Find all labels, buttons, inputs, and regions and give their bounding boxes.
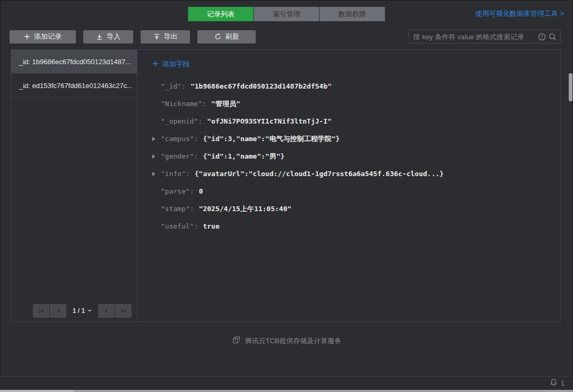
tab[interactable]: 数据权限 xyxy=(320,7,385,21)
tab[interactable]: 记录列表 xyxy=(188,7,254,21)
horizontal-scrollbar[interactable] xyxy=(0,390,573,392)
expand-caret-icon[interactable] xyxy=(152,137,161,141)
tab[interactable]: 索引管理 xyxy=(254,7,319,21)
topbar: 记录列表 索引管理 数据权限 使用可视化数据库管理工具 > xyxy=(0,0,573,27)
pagination: 1 / 1 xyxy=(33,304,132,318)
upload-icon xyxy=(153,33,160,40)
toolbar: 添加记录 导入 导出 刷新 xyxy=(10,30,561,43)
tcb-database-console: 记录列表 索引管理 数据权限 使用可视化数据库管理工具 > 添加记录 xyxy=(0,0,573,392)
document-field-row: parse 0 xyxy=(152,182,560,200)
search-box xyxy=(408,30,561,43)
tab-label: 索引管理 xyxy=(273,10,300,19)
search-icon[interactable] xyxy=(549,33,557,41)
chevron-down-icon xyxy=(88,310,92,312)
content-panel: _id: 1b9686ec67fdcd050123d1487... _id: e… xyxy=(11,49,561,322)
field-value: "1b9686ec67fdcd050123d1487b2df54b" xyxy=(190,82,332,90)
add-field-label: 添加字段 xyxy=(162,59,190,69)
field-value: "2025/4/15上午11:05:40" xyxy=(199,204,292,214)
field-value: {"avatarUrl":"cloud://cloud1-1gd7rsst6a6… xyxy=(195,170,444,178)
field-key: Nickname xyxy=(161,100,206,108)
refresh-icon xyxy=(214,33,222,40)
statusbar: 1 xyxy=(0,376,573,390)
field-key: stamp xyxy=(161,205,194,213)
document-field-row: _openid "ofJNi7PO93SYI1cTNif3ltnTjJ-I" xyxy=(152,112,560,130)
field-key: gender xyxy=(161,152,198,160)
horizontal-scrollbar-thumb[interactable] xyxy=(0,390,73,392)
refresh-label: 刷新 xyxy=(225,32,239,41)
import-button[interactable]: 导入 xyxy=(83,30,133,43)
notification-count: 1 xyxy=(561,380,565,387)
field-key: _id xyxy=(161,82,186,90)
add-field-button[interactable]: 添加字段 xyxy=(152,59,190,69)
download-icon xyxy=(96,33,103,40)
notification-area[interactable]: 1 xyxy=(550,378,565,388)
expand-caret-icon[interactable] xyxy=(152,172,161,176)
add-record-label: 添加记录 xyxy=(34,32,62,41)
page-label: 1 / 1 xyxy=(73,307,85,315)
export-button[interactable]: 导出 xyxy=(141,30,190,43)
field-key: _openid xyxy=(161,117,202,125)
page-selector[interactable]: 1 / 1 xyxy=(67,304,98,318)
search-icons xyxy=(538,30,557,43)
record-list-item[interactable]: _id: 1b9686ec67fdcd050123d1487... xyxy=(11,50,137,74)
plus-icon xyxy=(152,60,159,68)
document-panel: 添加字段 _id "1b9686ec67fdcd050123d1487b2df5… xyxy=(137,50,560,321)
toolbar-button-group: 添加记录 导入 导出 刷新 xyxy=(10,30,256,43)
field-key: info xyxy=(161,170,190,178)
visual-db-tool-link[interactable]: 使用可视化数据库管理工具 > xyxy=(475,9,564,19)
vertical-scrollbar-thumb[interactable] xyxy=(569,73,572,101)
last-page-button[interactable] xyxy=(115,304,132,318)
footer-text: 腾讯云TCB提供存储及计算服务 xyxy=(245,336,342,346)
next-page-button[interactable] xyxy=(98,304,115,318)
info-icon[interactable] xyxy=(538,33,546,41)
first-page-button[interactable] xyxy=(33,304,49,318)
tab-label: 数据权限 xyxy=(338,10,366,19)
document-field-row: campus {"id":3,"name":"电气与控制工程学院"} xyxy=(152,130,560,147)
plus-icon xyxy=(24,33,30,40)
document-field-row: _id "1b9686ec67fdcd050123d1487b2df54b" xyxy=(152,77,560,95)
document-field-row: info {"avatarUrl":"cloud://cloud1-1gd7rs… xyxy=(152,165,560,182)
record-list-item[interactable]: _id: ed153fc767fdd61e012463c27c... xyxy=(11,74,137,98)
footer: 腾讯云TCB提供存储及计算服务 xyxy=(0,335,573,347)
field-value: {"id":1,"name":"男"} xyxy=(203,152,284,161)
tab-group: 记录列表 索引管理 数据权限 xyxy=(188,7,385,21)
field-value: 0 xyxy=(199,187,203,195)
tab-label: 记录列表 xyxy=(207,10,235,19)
field-value: true xyxy=(203,222,219,230)
bell-icon xyxy=(550,378,558,388)
prev-page-button[interactable] xyxy=(50,304,66,318)
tcb-cube-icon xyxy=(232,336,241,346)
expand-caret-icon[interactable] xyxy=(152,154,161,159)
refresh-button[interactable]: 刷新 xyxy=(197,30,256,43)
import-label: 导入 xyxy=(107,32,120,41)
document-field-row: stamp "2025/4/15上午11:05:40" xyxy=(152,200,560,217)
record-id-label: _id: 1b9686ec67fdcd050123d1487... xyxy=(19,58,131,66)
field-value: "ofJNi7PO93SYI1cTNif3ltnTjJ-I" xyxy=(207,117,332,125)
field-key: campus xyxy=(161,135,198,143)
document-field-row: useful true xyxy=(152,217,560,235)
export-label: 导出 xyxy=(164,32,178,41)
record-list: _id: 1b9686ec67fdcd050123d1487... _id: e… xyxy=(11,50,137,321)
document-field-row: gender {"id":1,"name":"男"} xyxy=(152,147,560,165)
document-fields: _id "1b9686ec67fdcd050123d1487b2df54b" N… xyxy=(152,77,560,235)
add-record-button[interactable]: 添加记录 xyxy=(10,30,76,43)
field-value: {"id":3,"name":"电气与控制工程学院"} xyxy=(203,134,340,144)
document-field-row: Nickname "管理员" xyxy=(152,95,560,112)
field-value: "管理员" xyxy=(211,99,240,109)
field-key: useful xyxy=(161,222,198,230)
field-key: parse xyxy=(161,187,194,195)
record-id-label: _id: ed153fc767fdd61e012463c27c... xyxy=(19,82,133,90)
